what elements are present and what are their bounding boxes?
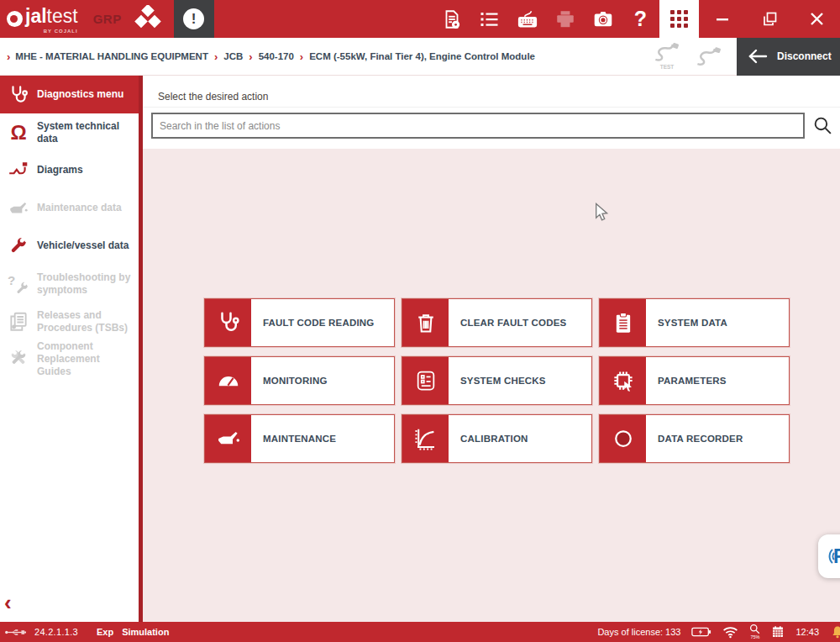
trash-icon [402, 299, 449, 346]
checklist-icon [402, 357, 449, 404]
keyboard-button[interactable] [508, 0, 546, 38]
report-viewer-button[interactable] [433, 0, 470, 38]
help-icon: ? [634, 7, 647, 31]
close-button[interactable] [793, 0, 840, 38]
sidebar-item-diagrams[interactable]: Diagrams [0, 151, 139, 189]
action-system-data[interactable]: SYSTEM DATA [599, 298, 790, 347]
calendar-icon [771, 625, 785, 639]
chevron-separator-icon: › [214, 50, 218, 63]
action-monitoring[interactable]: MONITORING [204, 356, 395, 405]
license-days-label: Days of license: 133 [597, 627, 680, 637]
disconnect-label: Disconnect [777, 50, 832, 62]
search-icon[interactable] [812, 115, 833, 136]
sidebar-item-maintenance-data: Maintenance data [0, 189, 139, 227]
notification-bell-icon [830, 624, 840, 640]
breadcrumb-item-brand[interactable]: JCB [223, 51, 243, 61]
sidebar-item-system-technical-data[interactable]: Ω System technical data [0, 113, 139, 151]
window-controls [699, 0, 840, 38]
remote-assistance-button[interactable]: R [818, 534, 840, 578]
test-connection-button[interactable]: TEST [653, 42, 681, 71]
help-button[interactable]: ? [622, 0, 659, 38]
action-maintenance[interactable]: MAINTENANCE [204, 414, 395, 463]
breadcrumb-item-system: ECM (-55kW, Final Tier 4), Engine Contro… [309, 51, 535, 61]
sidebar-item-label: System technical data [37, 120, 135, 145]
sidebar-item-label: Troubleshooting by symptoms [37, 271, 135, 297]
minimize-icon [716, 13, 729, 26]
action-label: MONITORING [251, 357, 328, 404]
sidebar-item-vehicle-vessel-data[interactable]: Vehicle/vessel data [0, 227, 139, 265]
minimize-button[interactable] [699, 0, 746, 38]
connection-button[interactable] [695, 45, 723, 67]
action-label: DATA RECORDER [646, 415, 743, 462]
documents-icon [0, 311, 37, 333]
restore-button[interactable] [746, 0, 793, 38]
sidebar-item-component-replacement: Component Replacement Guides [0, 340, 139, 378]
action-parameters[interactable]: PARAMETERS [599, 356, 790, 405]
chevron-separator-icon: › [249, 50, 252, 63]
usb-icon [4, 627, 26, 638]
apps-grid-icon [670, 10, 688, 28]
stethoscope-icon [0, 84, 37, 106]
jaltest-logo: jaltest BY COJALI [0, 0, 78, 38]
magnifier-icon [749, 624, 760, 634]
clipboard-icon [600, 299, 646, 346]
action-clear-fault-codes[interactable]: CLEAR FAULT CODES [402, 298, 592, 347]
sidebar-item-diagnostics-menu[interactable]: Diagnostics menu [0, 76, 139, 113]
action-label: CLEAR FAULT CODES [449, 299, 567, 346]
alert-button[interactable]: ! [174, 0, 214, 38]
sidebar-item-label: Maintenance data [37, 202, 122, 214]
version-label: 24.2.1.1.3 [34, 627, 78, 637]
sidebar-item-label: Vehicle/vessel data [37, 239, 129, 252]
keyboard-icon [516, 8, 539, 30]
test-label: TEST [653, 65, 681, 71]
breadcrumb-item-category[interactable]: MHE - MATERIAL HANDLING EQUIPMENT [15, 51, 208, 61]
breadcrumb-item-model[interactable]: 540-170 [259, 51, 294, 61]
action-label: SYSTEM DATA [646, 299, 727, 346]
action-data-recorder[interactable]: DATA RECORDER [599, 414, 790, 463]
action-label: MAINTENANCE [251, 415, 336, 462]
apps-menu-button[interactable] [659, 0, 699, 38]
action-label: PARAMETERS [646, 357, 727, 404]
logo-test: test [47, 5, 78, 27]
calibration-graph-icon [402, 415, 449, 462]
mode-label: Exp Simulation [97, 627, 169, 637]
disconnect-button[interactable]: Disconnect [737, 38, 840, 76]
chevron-separator-icon: › [300, 50, 303, 63]
breadcrumb-bar: › MHE - MATERIAL HANDLING EQUIPMENT › JC… [0, 38, 840, 76]
sidebar-item-label: Diagrams [37, 164, 83, 176]
actions-area: FAULT CODE READING CLEAR FAULT CODES [143, 149, 840, 622]
actions-grid: FAULT CODE READING CLEAR FAULT CODES [204, 298, 790, 463]
record-icon [600, 415, 646, 462]
sidebar-item-releases-tsbs: Releases and Procedures (TSBs) [0, 303, 139, 340]
sidebar: Diagnostics menu Ω System technical data… [0, 76, 139, 622]
report-icon [441, 8, 463, 31]
list-icon [478, 9, 501, 29]
action-fault-code-reading[interactable]: FAULT CODE READING [204, 298, 395, 347]
collapse-sidebar-chevron[interactable]: ‹ [4, 592, 12, 613]
wrench-icon [0, 236, 37, 256]
status-bar: 24.2.1.1.3 Exp Simulation Days of licens… [0, 622, 840, 642]
omega-icon: Ω [0, 123, 37, 143]
printer-icon [554, 8, 577, 30]
jaltest-logo-icon [7, 11, 23, 27]
screenshot-button[interactable] [584, 0, 622, 38]
gauge-icon [205, 357, 251, 404]
action-label: SYSTEM CHECKS [449, 357, 546, 404]
action-system-checks[interactable]: SYSTEM CHECKS [402, 356, 592, 405]
sidebar-item-label: Diagnostics menu [37, 88, 123, 101]
search-input[interactable] [151, 113, 805, 139]
wifi-icon [722, 626, 738, 639]
clock-label: 12:43 [795, 627, 819, 637]
remote-r-label: R [833, 545, 840, 568]
svg-text:?: ? [8, 273, 15, 287]
print-button[interactable] [546, 0, 584, 38]
search-row [143, 107, 840, 149]
logo-byline: BY COJALI [44, 29, 78, 34]
exclamation-icon: ! [183, 8, 204, 29]
jaltest-logo-text: jaltest BY COJALI [25, 7, 78, 32]
list-button[interactable] [470, 0, 508, 38]
camera-icon [591, 8, 616, 30]
sidebar-item-label: Releases and Procedures (TSBs) [37, 309, 135, 334]
title-bar: jaltest BY COJALI GRP ! [0, 0, 840, 38]
action-calibration[interactable]: CALIBRATION [402, 414, 592, 463]
